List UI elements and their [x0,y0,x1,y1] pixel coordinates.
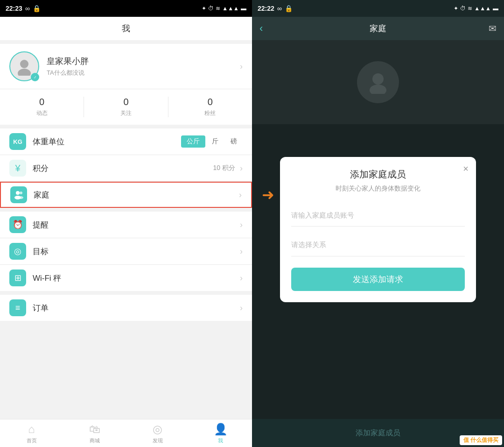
right-battery-icon: ▬ [493,5,498,12]
points-arrow: › [240,163,243,173]
left-lock-icon: 🔒 [33,5,41,12]
battery-icon: ▬ [241,5,246,12]
stat-dynamic-num: 0 [39,97,44,107]
dialog-box: × 添加家庭成员 时刻关心家人的身体数据变化 请选择关系 发送添加请求 [280,157,476,302]
points-icon: ¥ [9,160,26,177]
toggle-kg[interactable]: 公斤 [181,135,205,148]
wifi-icon: ≋ [216,5,220,12]
menu-item-reminder[interactable]: ⏰ 提醒 › [0,212,252,238]
menu-item-wifi-scale[interactable]: ⊞ Wi-Fi 秤 › [0,265,252,291]
right-signal-icon: ▲▲▲ [474,5,491,12]
right-status-icons: ✦ ⏱ ≋ ▲▲▲ ▬ [454,5,498,12]
weight-icon: KG [9,133,26,150]
clock-icon: ⏱ [208,5,214,12]
order-arrow: › [240,303,243,313]
discover-icon: ◎ [153,423,162,436]
back-button[interactable]: ‹ [259,22,263,35]
right-lock-icon: 🔒 [285,5,293,12]
right-wifi-icon: ≋ [468,5,472,12]
order-label: 订单 [33,303,238,313]
nav-shop[interactable]: 🛍 商城 [63,419,126,447]
stat-dynamic-label: 动态 [36,109,48,117]
weight-toggle[interactable]: 公斤 斤 磅 [181,135,243,148]
dialog-close-button[interactable]: × [463,163,469,174]
top-divider [0,40,252,44]
wifi-scale-icon: ⊞ [9,270,26,286]
points-right: 10 积分 › [213,163,243,173]
relation-placeholder: 请选择关系 [291,241,326,249]
reminder-label: 提醒 [33,220,238,230]
wifi-scale-arrow: › [240,273,243,283]
menu-item-goal[interactable]: ◎ 目标 › [0,238,252,264]
profile-bio: TA什么都没说 [47,69,232,77]
account-input[interactable] [291,204,465,227]
right-panel: 22:22 ∞ 🔒 ✦ ⏱ ≋ ▲▲▲ ▬ ‹ 家庭 ✉ × 添加家庭成员 时刻… [252,0,504,447]
svg-point-5 [19,196,23,199]
nav-discover[interactable]: ◎ 发现 [126,419,189,447]
right-infinity: ∞ [277,5,282,12]
stat-fans-num: 0 [208,97,213,107]
bottom-nav: ⌂ 首页 🛍 商城 ◎ 发现 👤 我 [0,419,252,447]
toggle-lb[interactable]: 磅 [225,135,243,148]
stat-fans-label: 粉丝 [204,109,216,117]
wifi-scale-label: Wi-Fi 秤 [33,273,238,284]
left-panel: 22:23 ∞ 🔒 ✦ ⏱ ≋ ▲▲▲ ▬ 我 ♂ 皇家果小胖 TA什么 [0,0,252,447]
signal-icon: ▲▲▲ [222,5,239,12]
menu-item-order[interactable]: ≡ 订单 › [0,295,252,321]
stat-follow-num: 0 [123,97,128,107]
weight-label: 体重单位 [33,136,181,147]
right-clock-icon: ⏱ [460,5,466,12]
me-label: 我 [218,437,223,444]
avatar-icon [15,57,34,76]
menu-section-2: ⏰ 提醒 › ◎ 目标 › ⊞ Wi-Fi 秤 › [0,212,252,291]
shop-icon: 🛍 [89,423,100,436]
watermark: 值 什么值得买 [460,435,502,445]
right-bluetooth-icon: ✦ [454,5,458,12]
family-label: 家庭 [34,190,237,200]
relation-select[interactable]: 请选择关系 [291,234,465,256]
bottom-add-label: 添加家庭成员 [356,428,400,438]
divider-3 [0,208,252,212]
points-label: 积分 [33,163,213,174]
menu-item-points[interactable]: ¥ 积分 10 积分 › [0,155,252,181]
home-label: 首页 [27,437,37,444]
stat-dynamic[interactable]: 0 动态 [0,97,84,117]
dialog-title: 添加家庭成员 [291,168,465,181]
gender-icon: ♂ [31,73,39,81]
divider-4 [0,291,252,295]
svg-point-4 [20,192,22,194]
menu-section-1: KG 体重单位 公斤 斤 磅 ¥ 积分 10 积分 › [0,128,252,182]
avatar-wrap: ♂ [9,51,39,81]
stat-follow[interactable]: 0 关注 [84,97,168,117]
profile-arrow[interactable]: › [240,62,243,71]
menu-item-family[interactable]: 家庭 › [0,182,252,208]
nav-me[interactable]: 👤 我 [189,419,252,447]
points-value: 10 积分 [213,164,235,172]
nav-home[interactable]: ⌂ 首页 [0,419,63,447]
spacer [0,321,252,419]
right-header: ‹ 家庭 ✉ [252,17,504,40]
toggle-jin[interactable]: 斤 [206,135,224,148]
mail-icon[interactable]: ✉ [489,23,497,34]
svg-point-2 [16,191,20,195]
profile-info: 皇家果小胖 TA什么都没说 [47,56,232,77]
dialog-overlay: × 添加家庭成员 时刻关心家人的身体数据变化 请选择关系 发送添加请求 [252,40,504,419]
stat-follow-label: 关注 [120,109,132,117]
discover-label: 发现 [153,437,163,444]
profile-section[interactable]: ♂ 皇家果小胖 TA什么都没说 › [0,44,252,89]
divider-2 [0,125,252,128]
stats-section: 0 动态 0 关注 0 粉丝 [0,89,252,125]
send-request-button[interactable]: 发送添加请求 [291,268,465,291]
reminder-icon: ⏰ [9,216,26,233]
stat-fans[interactable]: 0 粉丝 [168,97,252,117]
left-status-bar: 22:23 ∞ 🔒 ✦ ⏱ ≋ ▲▲▲ ▬ [0,0,252,17]
svg-point-0 [20,60,28,68]
right-time: 22:22 [258,5,274,12]
goal-icon: ◎ [9,243,26,260]
order-icon: ≡ [9,299,26,316]
right-page-title: 家庭 [370,23,386,34]
goal-arrow: › [240,247,243,256]
menu-item-weight[interactable]: KG 体重单位 公斤 斤 磅 [0,128,252,155]
bluetooth-icon: ✦ [202,5,206,12]
dialog-subtitle: 时刻关心家人的身体数据变化 [291,184,465,193]
